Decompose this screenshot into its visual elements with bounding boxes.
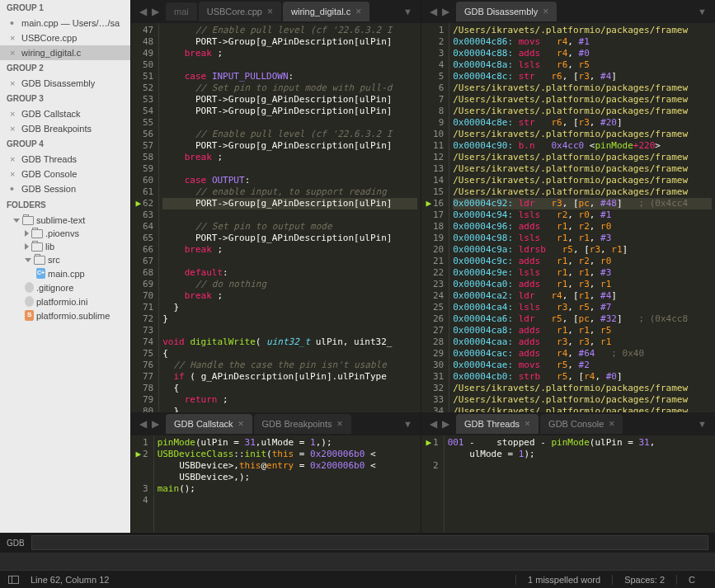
line-number[interactable]: 80 (143, 406, 153, 412)
disasm-line[interactable]: 0x00004ca6: ldr r5, [pc, #32] ; (0x4cc8 (453, 313, 712, 325)
line-number[interactable]: 53 (143, 94, 153, 106)
line-number[interactable]: 32 (433, 383, 444, 394)
close-icon[interactable]: × (337, 418, 343, 430)
disasm-line[interactable]: /Users/ikravets/.platformio/packages/fra… (453, 94, 712, 106)
code-line[interactable]: // Enable pull level (cf '22.6.3.2 I (162, 129, 417, 140)
line-number[interactable]: 19 (433, 233, 444, 244)
close-icon[interactable]: × (524, 418, 530, 430)
code-line[interactable] (162, 209, 417, 221)
disasm-line[interactable]: /Users/ikravets/.platformio/packages/fra… (453, 394, 712, 406)
tab-dropdown-icon[interactable]: ▼ (693, 419, 712, 429)
code-line[interactable]: PORT->Group[g_APinDescription[ulPin] (162, 198, 417, 209)
disasm-line[interactable]: 0x00004c98: lsls r1, r1, #3 (453, 233, 712, 244)
code-line[interactable]: // do nothing (162, 279, 417, 290)
tree-item[interactable]: .pioenvs (0, 227, 130, 240)
line-number[interactable]: 7 (439, 94, 445, 106)
disasm-line[interactable]: /Users/ikravets/.platformio/packages/fra… (453, 152, 712, 163)
line-number[interactable]: 64 (143, 221, 153, 233)
tab-dropdown-icon[interactable]: ▼ (398, 419, 417, 429)
code-line[interactable]: case OUTPUT: (162, 175, 417, 186)
code-area-bl[interactable]: 1▶234 pinMode(ulPin = 31,ulMode = 1,);US… (131, 435, 421, 533)
line-number[interactable]: 28 (433, 336, 444, 348)
line-number[interactable]: 49 (143, 48, 153, 59)
panel-icon[interactable] (8, 576, 19, 584)
code-line[interactable]: } (162, 313, 417, 325)
breakpoint-marker-icon[interactable]: ▶ (425, 198, 431, 209)
line-number[interactable]: 59 (143, 163, 153, 175)
tab[interactable]: GDB Console× (540, 414, 623, 434)
line-number[interactable]: 3 (143, 483, 148, 495)
line-number[interactable]: 72 (143, 313, 153, 325)
line-number[interactable]: 24 (433, 290, 444, 302)
disasm-line[interactable]: 0x00004c8c: str r6, [r3, #4] (453, 71, 712, 82)
line-number[interactable]: 23 (433, 279, 444, 290)
line-number[interactable]: 66 (143, 244, 153, 256)
line-number[interactable]: 20 (433, 244, 444, 256)
line-number[interactable]: 60 (143, 175, 153, 186)
tab[interactable]: wiring_digital.c× (283, 2, 369, 21)
sidebar-file-item[interactable]: ×GDB Disassembly (0, 76, 130, 91)
line-number[interactable]: 16 (433, 198, 444, 209)
callstack-line[interactable]: pinMode(ulPin = 31,ulMode = 1,); (158, 437, 417, 449)
disasm-line[interactable]: 0x00004c88: adds r4, #0 (453, 48, 712, 59)
code-line[interactable]: // Handle the case the pin isn't usable (162, 360, 417, 371)
tab-dropdown-icon[interactable]: ▼ (693, 7, 712, 16)
line-number[interactable]: 30 (433, 360, 444, 371)
line-number[interactable]: 22 (433, 267, 444, 279)
code-line[interactable]: break ; (162, 152, 417, 163)
line-number[interactable]: 62 (143, 198, 153, 209)
close-icon[interactable]: × (10, 169, 18, 179)
line-number[interactable]: 73 (143, 325, 153, 336)
tab[interactable]: GDB Breakpoints× (254, 414, 351, 434)
code-area-br[interactable]: ▶12 001 - stopped - pinMode(ulPin = 31, … (421, 435, 715, 533)
disasm-line[interactable]: 0x00004c8a: lsls r6, r5 (453, 59, 712, 71)
disasm-line[interactable]: /Users/ikravets/.platformio/packages/fra… (453, 163, 712, 175)
disasm-line[interactable]: 0x00004ca0: adds r1, r3, r1 (453, 279, 712, 290)
line-number[interactable]: 25 (433, 302, 444, 313)
line-number[interactable]: 76 (143, 360, 153, 371)
nav-arrow-icon[interactable]: ◀ (428, 6, 439, 17)
code-area-tr[interactable]: 123456789101112131415▶161718192021222324… (421, 23, 715, 412)
thread-line[interactable]: 001 - stopped - pinMode(ulPin = 31, (448, 437, 712, 449)
line-number[interactable]: 65 (143, 233, 153, 244)
tree-item[interactable]: platformio.sublime (0, 308, 130, 322)
code-line[interactable]: default: (162, 267, 417, 279)
line-number[interactable]: 51 (143, 71, 153, 82)
code-line[interactable]: // Set pin to output mode (162, 221, 417, 233)
disasm-line[interactable]: 0x00004c9a: ldrsb r5, [r3, r1] (453, 244, 712, 256)
dirty-dot-icon[interactable]: • (10, 19, 18, 27)
disasm-line[interactable]: /Users/ikravets/.platformio/packages/fra… (453, 383, 712, 394)
disasm-line[interactable]: /Users/ikravets/.platformio/packages/fra… (453, 82, 712, 94)
line-number[interactable]: 68 (143, 267, 153, 279)
code-line[interactable]: break ; (162, 48, 417, 59)
tab[interactable]: GDB Disassembly× (456, 2, 557, 21)
close-icon[interactable]: × (609, 418, 614, 430)
line-number[interactable]: 74 (143, 336, 153, 348)
sidebar-file-item[interactable]: ×GDB Breakpoints (0, 121, 130, 136)
nav-arrow-icon[interactable]: ▶ (440, 418, 451, 430)
code-line[interactable]: } (162, 302, 417, 313)
line-number[interactable]: 50 (143, 59, 153, 71)
callstack-line[interactable] (158, 495, 417, 506)
line-number[interactable]: 4 (143, 495, 148, 506)
line-number[interactable]: 79 (143, 394, 153, 406)
nav-arrow-icon[interactable]: ▶ (150, 6, 161, 17)
line-number[interactable]: 31 (433, 371, 444, 383)
code-line[interactable]: PORT->Group[g_APinDescription[ulPin] (162, 36, 417, 48)
code-line[interactable]: void digitalWrite( uint32_t ulPin, uint3… (162, 336, 417, 348)
line-number[interactable]: 2 (433, 460, 439, 472)
sidebar-file-item[interactable]: •GDB Session (0, 181, 130, 196)
nav-arrow-icon[interactable]: ◀ (138, 6, 148, 17)
line-number[interactable]: 6 (439, 82, 445, 94)
line-number[interactable]: 26 (433, 313, 444, 325)
line-number[interactable]: 2 (439, 36, 445, 48)
close-icon[interactable]: × (355, 6, 361, 17)
disasm-line[interactable]: /Users/ikravets/.platformio/packages/fra… (453, 175, 712, 186)
line-number[interactable]: 29 (433, 348, 444, 360)
disasm-line[interactable]: /Users/ikravets/.platformio/packages/fra… (453, 106, 712, 117)
tree-item[interactable]: main.cpp (0, 266, 130, 280)
disasm-line[interactable]: 0x00004ca4: lsls r3, r5, #7 (453, 302, 712, 313)
sidebar-file-item[interactable]: ×USBCore.cpp (0, 31, 130, 45)
disasm-line[interactable]: 0x00004c9c: adds r1, r2, r0 (453, 256, 712, 267)
line-number[interactable]: 18 (433, 221, 444, 233)
